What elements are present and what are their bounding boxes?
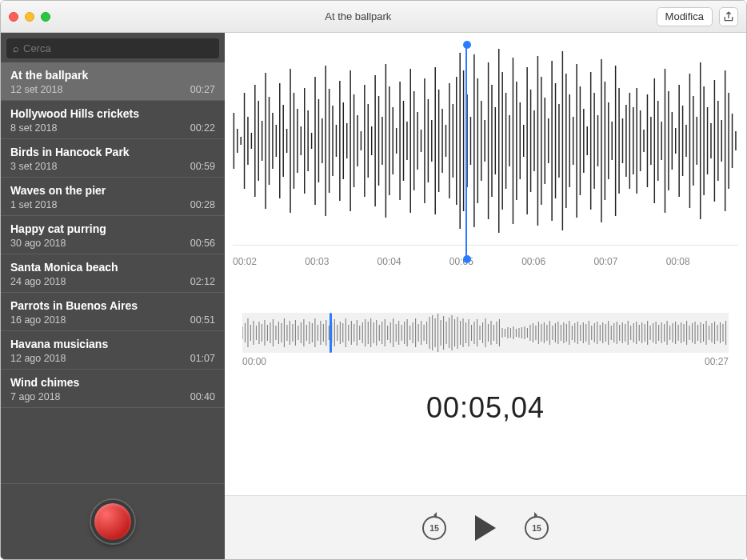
recording-title: Santa Monica beach [10, 261, 215, 274]
ruler-tick: 00:05 [449, 256, 521, 267]
ruler-tick: 00:02 [233, 256, 305, 267]
share-button[interactable] [719, 7, 738, 26]
recording-title: Happy cat purring [10, 222, 215, 235]
waveform-overview[interactable] [242, 313, 729, 353]
skip-forward-icon: 15 [525, 516, 549, 540]
edit-button[interactable]: Modifica [657, 7, 713, 26]
zoom-window-button[interactable] [41, 12, 50, 22]
recording-item[interactable]: Waves on the pier1 set 201800:28 [1, 178, 225, 216]
recording-item[interactable]: Happy cat purring30 ago 201800:56 [1, 216, 225, 254]
share-icon [722, 10, 735, 23]
recording-date: 16 ago 2018 [10, 314, 66, 326]
recording-title: Birds in Hancock Park [10, 146, 215, 158]
ruler-tick: 00:06 [521, 256, 593, 267]
window-controls [9, 12, 50, 22]
minimize-window-button[interactable] [25, 12, 34, 22]
close-window-button[interactable] [9, 12, 18, 22]
app-window: At the ballpark Modifica ⌕ At the ballpa… [0, 0, 747, 560]
sidebar: ⌕ At the ballpark12 set 201800:27Hollywo… [1, 33, 225, 559]
record-button[interactable] [91, 500, 134, 543]
recording-item[interactable]: Birds in Hancock Park3 set 201800:59 [1, 139, 225, 178]
ruler-tick: 00:03 [305, 256, 377, 267]
skip-back-icon: 15 [422, 516, 446, 540]
window-title: At the ballpark [60, 10, 657, 22]
ruler-tick: 00:08 [666, 256, 738, 267]
recording-duration: 00:59 [190, 161, 215, 172]
time-ruler: 00:0200:0300:0400:0500:0600:0700:08 [233, 245, 738, 269]
recording-title: Wind chimes [10, 376, 215, 389]
ruler-tick: 00:07 [593, 256, 665, 267]
recording-date: 7 ago 2018 [10, 391, 61, 402]
recording-date: 3 set 2018 [10, 161, 57, 172]
overview-labels: 00:00 00:27 [242, 356, 729, 367]
recording-title: Hollywood Hills crickets [10, 107, 215, 120]
recording-date: 12 set 2018 [10, 84, 62, 95]
recording-duration: 00:56 [190, 238, 215, 249]
record-area [1, 483, 225, 559]
ruler-tick: 00:04 [377, 256, 449, 267]
recording-title: Waves on the pier [10, 184, 215, 197]
recording-date: 8 set 2018 [10, 122, 57, 134]
recording-item[interactable]: At the ballpark12 set 201800:27 [1, 62, 225, 101]
recording-item[interactable]: Hollywood Hills crickets8 set 201800:22 [1, 101, 225, 139]
overview-end: 00:27 [705, 356, 729, 367]
recordings-list: At the ballpark12 set 201800:27Hollywood… [1, 62, 225, 483]
recording-duration: 00:51 [190, 314, 215, 326]
search-icon: ⌕ [13, 42, 19, 54]
waveform-overview-svg [242, 313, 729, 353]
play-icon [475, 515, 496, 541]
recording-item[interactable]: Santa Monica beach24 ago 201802:12 [1, 254, 225, 293]
recording-title: Parrots in Buenos Aires [10, 299, 215, 312]
recording-date: 1 set 2018 [10, 199, 57, 210]
search-field[interactable]: ⌕ [6, 38, 219, 58]
playback-controls: 15 15 [225, 495, 746, 559]
body: ⌕ At the ballpark12 set 201800:27Hollywo… [1, 33, 746, 559]
recording-date: 30 ago 2018 [10, 238, 66, 249]
recording-item[interactable]: Parrots in Buenos Aires16 ago 201800:51 [1, 293, 225, 331]
recording-title: At the ballpark [10, 69, 215, 82]
overview-cursor[interactable] [330, 313, 332, 353]
waveform-zoom[interactable]: 00:0200:0300:0400:0500:0600:0700:08 [233, 37, 738, 285]
skip-back-button[interactable]: 15 [422, 516, 446, 540]
recording-item[interactable]: Wind chimes7 ago 201800:40 [1, 370, 225, 408]
recording-date: 24 ago 2018 [10, 276, 66, 287]
toolbar-right: Modifica [657, 7, 738, 26]
overview-start: 00:00 [242, 356, 266, 367]
recording-title: Havana musicians [10, 338, 215, 350]
main-panel: 00:0200:0300:0400:0500:0600:0700:08 00:0… [225, 33, 746, 559]
recording-duration: 00:22 [190, 122, 215, 134]
skip-forward-button[interactable]: 15 [525, 516, 549, 540]
recording-duration: 00:28 [190, 199, 215, 210]
play-button[interactable] [475, 515, 496, 541]
recording-item[interactable]: Havana musicians12 ago 201801:07 [1, 331, 225, 370]
recording-duration: 02:12 [190, 276, 215, 287]
titlebar: At the ballpark Modifica [1, 1, 746, 33]
waveform-zoom-svg [233, 37, 738, 245]
recording-duration: 00:40 [190, 391, 215, 402]
recording-duration: 00:27 [190, 84, 215, 95]
current-time: 00:05,04 [225, 391, 746, 425]
playhead[interactable] [465, 45, 467, 259]
search-input[interactable] [23, 42, 213, 54]
recording-duration: 01:07 [190, 353, 215, 364]
recording-date: 12 ago 2018 [10, 353, 66, 364]
